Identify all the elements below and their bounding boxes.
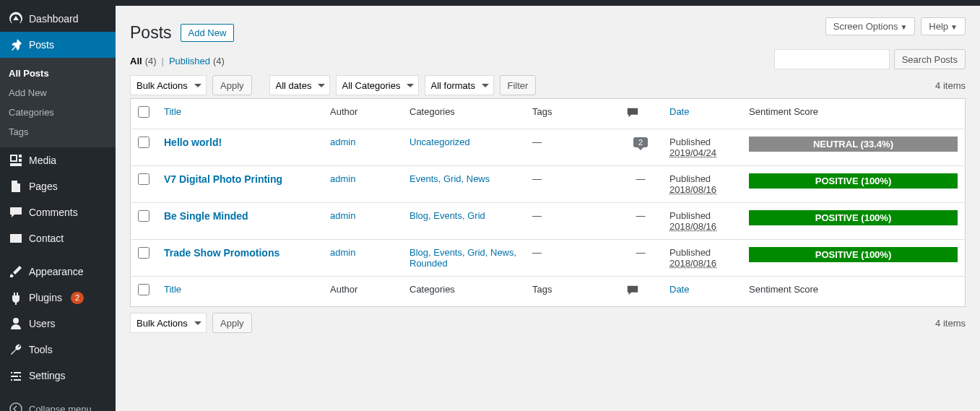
collapse-menu-label: Collapse menu	[29, 404, 92, 412]
filter-published-count: (4)	[213, 56, 225, 66]
date-status: Published	[669, 210, 711, 221]
column-comments[interactable]	[619, 99, 662, 129]
sidebar-item-users[interactable]: Users	[0, 311, 116, 337]
author-link[interactable]: admin	[330, 173, 355, 184]
items-count: 4 items	[935, 80, 966, 91]
sidebar-item-label: Users	[29, 318, 56, 329]
select-all-checkbox[interactable]	[138, 106, 149, 118]
wrench-icon	[9, 342, 23, 357]
sidebar-item-settings[interactable]: Settings	[0, 363, 116, 389]
date-status: Published	[669, 247, 711, 258]
submenu-item-all-posts[interactable]: All Posts	[0, 64, 116, 83]
column-tags: Tags	[525, 99, 619, 129]
category-link[interactable]: Blog, Events, Grid, News, Rounded	[409, 247, 516, 269]
sidebar-item-comments[interactable]: Comments	[0, 199, 116, 225]
sidebar-item-pages[interactable]: Pages	[0, 173, 116, 199]
search-posts-input[interactable]	[774, 49, 890, 69]
filter-all-count: (4)	[145, 56, 157, 66]
sidebar-item-label: Media	[29, 155, 56, 166]
sidebar-item-appearance[interactable]: Appearance	[0, 259, 116, 285]
sliders-icon	[9, 368, 23, 383]
plug-icon	[9, 290, 23, 305]
plugin-update-badge: 2	[71, 292, 84, 304]
column-categories: Categories	[402, 99, 525, 129]
column-comments[interactable]	[619, 277, 662, 307]
column-title-sort[interactable]: Title	[164, 284, 181, 295]
items-count-bottom: 4 items	[935, 318, 966, 329]
date-value: 2018/08/16	[669, 184, 716, 195]
row-checkbox[interactable]	[138, 247, 149, 259]
no-comments: —	[636, 247, 646, 258]
row-checkbox[interactable]	[138, 137, 149, 148]
author-link[interactable]: admin	[330, 210, 355, 221]
table-row: V7 Digital Photo PrintingadminEvents, Gr…	[131, 166, 966, 203]
screen-options-button[interactable]: Screen Options▼	[825, 17, 916, 35]
column-title-sort[interactable]: Title	[164, 106, 181, 117]
tags-cell: —	[525, 203, 619, 240]
table-row: Trade Show PromotionsadminBlog, Events, …	[131, 240, 966, 277]
author-link[interactable]: admin	[330, 137, 355, 147]
post-title-link[interactable]: Hello world!	[164, 137, 222, 148]
sentiment-badge: POSITIVE (100%)	[749, 247, 958, 262]
sidebar-item-label: Posts	[29, 39, 54, 51]
category-link[interactable]: Blog, Events, Grid	[409, 210, 485, 221]
post-title-link[interactable]: V7 Digital Photo Printing	[164, 173, 282, 185]
sidebar-item-label: Contact	[29, 233, 64, 244]
sidebar-item-label: Comments	[29, 207, 78, 218]
sidebar-item-contact[interactable]: Contact	[0, 225, 116, 251]
sidebar-item-plugins[interactable]: Plugins 2	[0, 285, 116, 311]
post-title-link[interactable]: Trade Show Promotions	[164, 247, 279, 259]
date-value: 2018/08/16	[669, 258, 716, 269]
pin-icon	[9, 38, 23, 52]
help-button[interactable]: Help▼	[921, 17, 966, 35]
author-link[interactable]: admin	[330, 247, 355, 258]
page-title: Posts	[130, 23, 172, 43]
bulk-actions-select[interactable]: Bulk Actions	[130, 75, 207, 95]
sidebar-submenu-posts: All Posts Add New Categories Tags	[0, 58, 116, 147]
filter-button[interactable]: Filter	[500, 75, 537, 95]
collapse-menu-button[interactable]: Collapse menu	[0, 396, 116, 411]
sidebar-item-dashboard[interactable]: Dashboard	[0, 6, 116, 32]
chevron-left-circle-icon	[9, 402, 23, 411]
sidebar-item-media[interactable]: Media	[0, 147, 116, 173]
brush-icon	[9, 264, 23, 279]
content-area: Screen Options▼ Help▼ Posts Add New All …	[116, 6, 980, 411]
tags-cell: —	[525, 166, 619, 203]
submenu-item-categories[interactable]: Categories	[0, 103, 116, 122]
date-value: 2018/08/16	[669, 221, 716, 232]
sidebar-item-label: Plugins	[29, 292, 62, 303]
sidebar-item-label: Tools	[29, 344, 53, 355]
filter-published-link[interactable]: Published	[169, 56, 210, 66]
row-checkbox[interactable]	[138, 210, 149, 222]
bulk-actions-select-bottom[interactable]: Bulk Actions	[130, 313, 207, 333]
category-filter-select[interactable]: All Categories	[336, 75, 419, 95]
format-filter-select[interactable]: All formats	[425, 75, 494, 95]
column-date-sort[interactable]: Date	[669, 106, 689, 117]
column-tags: Tags	[525, 277, 619, 307]
category-link[interactable]: Events, Grid, News	[409, 173, 490, 184]
search-posts-button[interactable]: Search Posts	[894, 49, 966, 69]
filter-all-link[interactable]: All	[130, 56, 142, 66]
admin-sidebar: Dashboard Posts All Posts Add New Catego…	[0, 6, 116, 411]
add-new-button[interactable]: Add New	[181, 24, 235, 42]
column-categories: Categories	[402, 277, 525, 307]
sidebar-item-label: Pages	[29, 181, 58, 192]
sidebar-item-posts[interactable]: Posts	[0, 32, 116, 58]
category-link[interactable]: Uncategorized	[409, 137, 470, 147]
date-status: Published	[669, 137, 711, 147]
column-date-sort[interactable]: Date	[669, 284, 689, 295]
apply-button-bottom[interactable]: Apply	[212, 313, 252, 333]
column-sentiment: Sentiment Score	[742, 277, 966, 307]
post-title-link[interactable]: Be Single Minded	[164, 210, 248, 222]
row-checkbox[interactable]	[138, 173, 149, 185]
submenu-item-tags[interactable]: Tags	[0, 122, 116, 142]
apply-button[interactable]: Apply	[212, 75, 252, 95]
sentiment-badge: POSITIVE (100%)	[749, 173, 958, 189]
date-filter-select[interactable]: All dates	[269, 75, 330, 95]
tags-cell: —	[525, 240, 619, 277]
comment-count-bubble[interactable]: 2	[633, 137, 648, 147]
submenu-item-add-new[interactable]: Add New	[0, 83, 116, 103]
select-all-checkbox-footer[interactable]	[138, 284, 149, 295]
media-icon	[9, 153, 23, 168]
sidebar-item-tools[interactable]: Tools	[0, 337, 116, 363]
